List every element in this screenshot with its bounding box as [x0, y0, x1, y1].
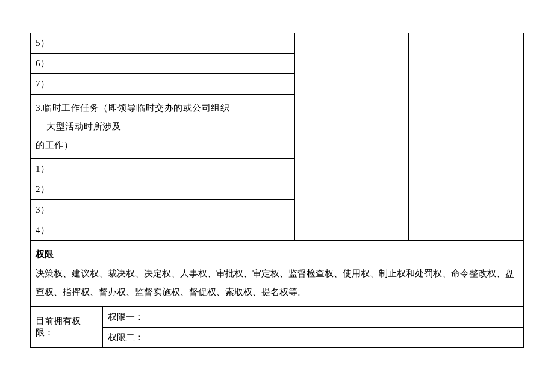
current-permissions-label: 目前拥有权限：	[36, 316, 98, 338]
temp-task-header: 3.临时工作任务（即领导临时交办的或公司组织大型活动时所涉及 的工作）	[30, 95, 294, 159]
item-b1: 1）	[30, 159, 294, 179]
temp-task-text-1a: 3.临时工作任务（即领导临时交办的或公司组织	[36, 103, 229, 113]
item-b3: 3）	[30, 200, 294, 220]
mid-column	[294, 33, 408, 241]
item-b2: 2）	[30, 179, 294, 200]
authority-section: 权限 决策权、建议权、裁决权、决定权、人事权、审批权、审定权、监督检查权、使用权…	[30, 241, 524, 307]
current-permissions-label-cell: 目前拥有权限：	[30, 307, 102, 348]
top-section-row: 5） 6） 7） 3.临时工作任务（即领导临时交办的或公司组织大型活动时所涉及 …	[30, 33, 524, 241]
temp-task-text-2: 的工作）	[36, 140, 73, 150]
authority-title: 权限	[36, 249, 54, 259]
permission-1: 权限一：	[102, 307, 524, 328]
permission-2: 权限二：	[102, 328, 524, 348]
authority-desc-1: 决策权、建议权、裁决权、决定权、人事权、审批权、审定权、监督检查权、使用权、制止…	[36, 269, 514, 278]
authority-desc-2: 查权、指挥权、督办权、监督实施权、督促权、索取权、提名权等。	[36, 287, 307, 297]
item-6: 6）	[30, 54, 294, 74]
right-column	[408, 33, 524, 241]
item-7: 7）	[30, 74, 294, 95]
temp-task-text-1b: 大型活动时所涉及	[46, 117, 121, 136]
current-permissions-row: 目前拥有权限： 权限一： 权限二：	[30, 307, 524, 348]
item-b4: 4）	[30, 220, 294, 241]
document-table: 5） 6） 7） 3.临时工作任务（即领导临时交办的或公司组织大型活动时所涉及 …	[30, 33, 524, 348]
item-5: 5）	[30, 33, 294, 54]
